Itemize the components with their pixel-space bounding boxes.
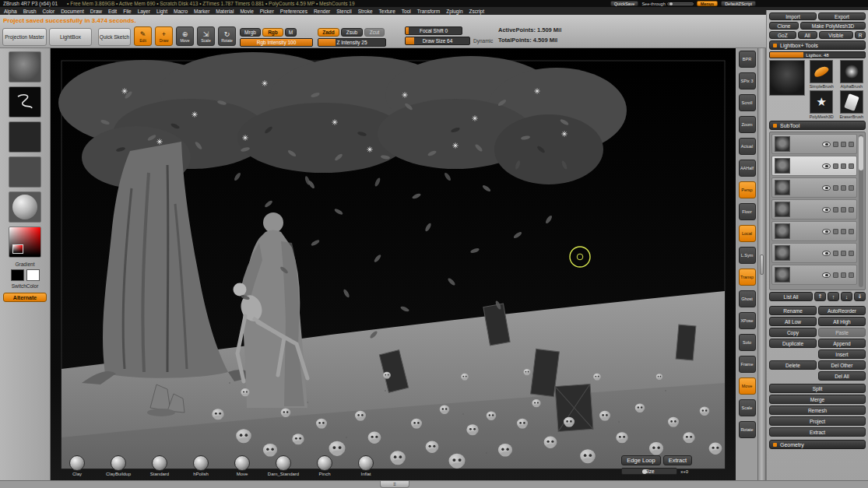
subtool-action-button[interactable]: Delete [769,360,817,370]
list-all-button[interactable]: List All [769,292,813,301]
goz-visible-button[interactable]: Visible [819,31,853,39]
current-tool-thumbnail[interactable] [769,60,805,96]
menu-item[interactable]: Material [216,9,234,14]
mrgb-button[interactable]: Mrgb [240,28,261,37]
menu-item[interactable]: Color [43,9,55,14]
mode-button[interactable]: ⇲ Scale [197,26,215,46]
brush-preset[interactable]: Dam_Standard [266,455,300,476]
draw-size-slider[interactable]: Draw Size 64 [405,37,470,45]
z-intensity-slider[interactable]: Z Intensity 25 [318,38,386,47]
focal-shift-slider[interactable]: Focal Shift 0 [405,26,462,35]
subtool-row[interactable] [771,177,857,198]
visibility-eye-icon[interactable] [822,272,831,278]
subtool-wide-action-button[interactable]: Split [769,384,866,393]
menu-item[interactable]: Preferences [280,9,307,14]
shelf-icon-button[interactable]: Actual [739,138,756,155]
subtool-mini-icon[interactable] [841,185,846,191]
subtool-mini-icon[interactable] [849,229,854,234]
menu-item[interactable]: Stroke [358,9,373,14]
subtool-mini-icon[interactable] [833,207,838,212]
rgb-intensity-slider[interactable]: Rgb Intensity 100 [240,38,313,47]
edge-loop-button[interactable]: Edge Loop [621,455,660,465]
shelf-icon-button[interactable]: L.Sym [739,247,756,264]
menu-item[interactable]: Render [314,9,330,14]
quicksave-button[interactable]: QuickSave [610,1,639,6]
subtool-mini-icon[interactable] [833,163,838,169]
extract-button[interactable]: Extract [663,455,692,465]
shelf-icon-button[interactable]: Persp [739,181,756,198]
rgb-button[interactable]: Rgb [262,28,283,37]
subtool-row[interactable] [771,134,857,154]
subtool-mini-icon[interactable] [841,207,846,212]
current-stroke-thumbnail[interactable] [9,86,41,118]
visibility-eye-icon[interactable] [822,142,831,147]
shelf-icon-button[interactable]: Floor [739,203,756,220]
see-through-slider[interactable] [667,2,694,5]
shelf-icon-button[interactable]: XPose [739,312,756,329]
lightbox-button[interactable]: LightBox [49,28,92,46]
visibility-eye-icon[interactable] [822,207,831,212]
subtool-mini-icon[interactable] [833,185,838,191]
subtool-move-arrow-button[interactable]: ⇓ [854,292,866,301]
gradient-label[interactable]: Gradient [16,262,35,267]
subtool-move-arrow-button[interactable]: ↓ [841,292,852,301]
dynamic-toggle[interactable]: Dynamic [473,38,493,44]
subtool-action-button[interactable]: Insert [818,349,866,359]
subtool-mini-icon[interactable] [833,142,838,147]
menu-item[interactable]: Edit [108,9,117,14]
mode-button[interactable]: ✎ Edit [134,26,152,46]
subtool-action-button[interactable]: Copy [769,328,817,337]
brush-preset[interactable]: hPolish [184,455,218,476]
subtool-action-button[interactable]: Rename [769,306,817,315]
visibility-eye-icon[interactable] [822,229,831,234]
shelf-icon-button[interactable]: Transp [739,269,756,286]
clone-button[interactable]: Clone [769,22,799,30]
menu-item[interactable]: Zscript [469,9,485,14]
subtool-mini-icon[interactable] [841,229,846,234]
shelf-icon-button[interactable]: Scale [739,399,756,416]
viewport[interactable]: Clay ClayBuildup Standard hPolish Move D… [51,48,736,480]
menu-item[interactable]: Layer [138,9,150,14]
menu-item[interactable]: File [123,9,131,14]
menus-button[interactable]: Menus [697,1,718,6]
subtool-mini-icon[interactable] [841,163,846,169]
zadd-button[interactable]: Zadd [318,28,339,37]
subtool-action-button[interactable]: AutoReorder [818,306,866,315]
shelf-icon-button[interactable]: AAHalf [739,160,756,177]
subtool-action-button[interactable]: Del Other [818,360,866,370]
lightbox-tools-header[interactable]: Lightbox+ Tools [769,40,866,50]
scrollbar-thumb[interactable] [859,136,863,170]
menu-item[interactable]: Macro [174,9,188,14]
lightbox-slider[interactable]: Ligtbox. 48 [769,51,866,58]
subtool-row[interactable] [771,243,857,263]
menu-item[interactable]: Transform [417,9,440,14]
subtool-wide-action-button[interactable]: Remesh [769,405,866,415]
subtool-mini-icon[interactable] [833,229,838,234]
zcut-button[interactable]: Zcut [364,28,385,37]
subtool-mini-icon[interactable] [841,272,846,278]
shelf-icon-button[interactable]: SPix 3 [739,72,756,90]
shelf-icon-button[interactable]: Rotate [739,421,756,438]
subtool-header[interactable]: SubTool [769,121,866,130]
quick-sketch-button[interactable]: Quick Sketch [98,28,131,46]
tool-thumbnail-cell[interactable]: SimpleBrush [807,60,836,89]
menu-item[interactable]: Picker [260,9,274,14]
main-color-swatch[interactable] [11,269,24,281]
subtool-mini-icon[interactable] [849,185,854,191]
visibility-eye-icon[interactable] [822,251,831,256]
tool-thumbnail-cell[interactable]: EraserBrush [838,90,866,119]
tray-divider[interactable] [757,48,766,480]
subtool-action-button[interactable]: All High [818,317,866,326]
menu-item[interactable]: Draw [90,9,102,14]
subtool-mini-icon[interactable] [849,251,854,256]
menu-item[interactable]: Stencil [336,9,352,14]
subtool-mini-icon[interactable] [833,251,838,256]
projection-master-button[interactable]: Projection Master [2,28,47,46]
mode-button[interactable]: + Draw [155,26,173,46]
current-alpha-thumbnail[interactable] [9,121,41,153]
mode-button[interactable]: ↻ Rotate [218,26,236,46]
subtool-scrollbar[interactable] [859,135,863,287]
zsub-button[interactable]: Zsub [341,28,363,37]
brush-preset[interactable]: Move [225,455,259,476]
subtool-row[interactable] [771,265,857,285]
